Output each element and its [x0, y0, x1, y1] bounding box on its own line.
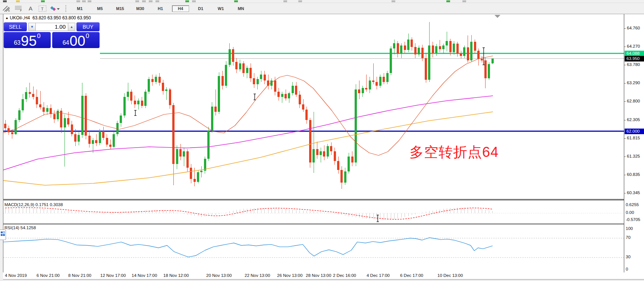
candle-body	[253, 78, 255, 84]
candle-body	[285, 94, 287, 98]
candle-body	[372, 80, 374, 82]
candle-body	[400, 45, 402, 54]
candle-body	[397, 43, 399, 54]
minimized-window-icon[interactable]	[0, 230, 6, 240]
buy-button[interactable]: BUY	[76, 22, 100, 31]
rsi-chart	[3, 224, 624, 272]
candle-body	[327, 146, 329, 157]
sell-price-small: 63	[14, 40, 21, 46]
toolbar-fragment	[88, 0, 91, 2]
collapse-arrow-icon[interactable]: ▲	[5, 16, 9, 20]
candle-body	[340, 170, 343, 183]
price-badge-63.950: 63.950	[625, 56, 644, 61]
time-axis[interactable]: 4 Nov 20196 Nov 21:008 Nov 21:0012 Nov 1…	[3, 272, 644, 280]
candle-body	[64, 118, 66, 127]
volume-increase-button[interactable]: ▲	[68, 23, 75, 31]
price-tick	[624, 120, 626, 120]
candle-body	[46, 108, 48, 112]
macd-histogram	[5, 207, 493, 220]
candle-body	[386, 73, 389, 82]
candle-body	[183, 151, 185, 157]
timeframe-button-h4[interactable]: H4	[172, 5, 189, 12]
candle-body	[383, 77, 385, 82]
timeframe-button-m15[interactable]: M15	[111, 5, 129, 12]
chart-shift-marker-icon[interactable]	[494, 15, 500, 18]
candle-body	[109, 145, 111, 147]
rsi-panel[interactable]	[3, 224, 624, 273]
candle-body	[36, 97, 38, 104]
candle-body	[32, 94, 34, 97]
candle-body	[379, 77, 381, 86]
price-axis[interactable]: 64.76064.27063.78063.29062.80062.30561.8…	[624, 14, 644, 272]
candle-body	[456, 44, 459, 54]
candle-body	[407, 40, 409, 50]
candle-body	[274, 80, 276, 92]
shapes-icon[interactable]	[49, 4, 60, 13]
macd-panel[interactable]	[3, 200, 624, 224]
candle-body	[123, 97, 126, 116]
candle-body	[137, 101, 139, 104]
candle-body	[211, 107, 213, 130]
label-icon[interactable]: T	[37, 4, 48, 13]
timeframe-button-m5[interactable]: M5	[91, 5, 109, 12]
one-click-trading-panel: SELL ▼ 1.00 ▲ BUY 63 95 0 64 00 0	[4, 22, 100, 48]
macd-chart	[3, 201, 624, 223]
timeframe-button-d1[interactable]: D1	[192, 5, 209, 12]
candle-body	[477, 51, 480, 59]
time-label: 4 Nov 2019	[5, 273, 27, 278]
timeframe-button-mn[interactable]: MN	[232, 5, 249, 12]
candle-body	[81, 96, 84, 135]
candle-body	[130, 92, 132, 101]
time-label: 8 Nov 21:00	[68, 273, 91, 278]
candle-body	[446, 41, 448, 45]
ibeam-marker[interactable]	[134, 110, 136, 116]
candle-body	[365, 88, 367, 89]
price-tick-label: 62.800	[627, 99, 640, 103]
time-label: 6 Dec 17:00	[400, 273, 423, 278]
fibonacci-icon[interactable]: F	[13, 4, 24, 13]
timeframe-button-m30[interactable]: M30	[132, 5, 149, 12]
candle-body	[218, 76, 220, 112]
price-tick	[624, 193, 626, 193]
candle-body	[474, 42, 476, 51]
candle-body	[481, 59, 483, 60]
channel-icon[interactable]: E	[1, 4, 12, 13]
candle-body	[460, 54, 462, 56]
candle-body	[295, 86, 297, 95]
candle-body	[99, 131, 101, 143]
chart-title: ▲ UKOil-,H4 63.820 63.950 63.800 63.950	[5, 15, 91, 20]
price-tick	[624, 138, 626, 139]
candle-body	[67, 118, 69, 124]
price-tick	[624, 47, 626, 47]
candle-body	[484, 60, 487, 78]
candle-body	[463, 47, 465, 56]
candle-body	[200, 171, 202, 172]
sell-button[interactable]: SELL	[4, 22, 27, 31]
candle-body	[229, 49, 231, 65]
candle-body	[369, 80, 371, 89]
timeframe-button-m1[interactable]: M1	[71, 5, 88, 12]
toolbar-fragment	[41, 0, 45, 2]
volume-input[interactable]: 1.00	[35, 23, 68, 31]
candle-body	[74, 134, 76, 142]
candle-body	[316, 149, 318, 155]
macd-signal-line	[5, 208, 493, 219]
candle-body	[92, 140, 94, 144]
sell-price-display[interactable]: 63 95 0	[4, 32, 51, 48]
candle-body	[323, 151, 325, 157]
timeframe-button-w1[interactable]: W1	[212, 5, 229, 12]
candle-body	[186, 151, 189, 168]
buy-price-display[interactable]: 64 00 0	[52, 32, 100, 48]
volume-decrease-button[interactable]: ▼	[28, 23, 36, 31]
toolbar-fragment	[462, 0, 466, 2]
price-tick-label: 63.290	[627, 80, 640, 85]
chart-annotation-text[interactable]: 多空转折点64	[409, 143, 499, 162]
timeframe-button-h1[interactable]: H1	[152, 5, 169, 12]
macd-axis-label: 0.00	[626, 210, 634, 215]
svg-text:E: E	[8, 9, 10, 12]
candle-body	[390, 48, 392, 73]
text-icon[interactable]: A	[25, 4, 36, 13]
candle-body	[239, 63, 241, 69]
svg-text:F: F	[20, 9, 22, 12]
ibeam-marker[interactable]	[254, 94, 256, 100]
